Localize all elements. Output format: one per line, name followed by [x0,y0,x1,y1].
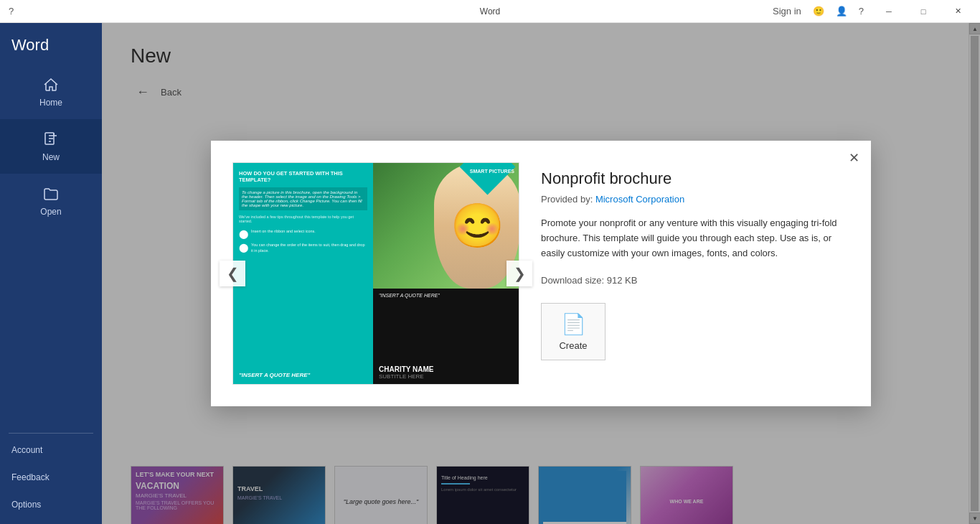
download-label: Download size: [541,275,604,286]
title-bar-left: ? [6,4,17,18]
download-value: 912 KB [607,275,638,286]
brochure-smart-pictures: SMART PICTURES [470,169,514,174]
brochure-quote2: "INSERT A QUOTE HERE" [379,293,514,298]
home-icon [42,76,60,93]
modal-body: ❮ HOW DO YOU GET STARTED WITH THIS TEMPL… [211,141,871,406]
sidebar-nav: Home New Open [0,65,102,430]
app-body: Word Home New [0,23,980,524]
sidebar-bottom: Account Feedback Options [0,430,102,524]
sidebar-item-options[interactable]: Options [0,491,102,518]
window-controls: ─ □ ✕ [872,0,974,23]
sidebar-item-home[interactable]: Home [0,65,102,119]
sidebar-home-label: Home [39,98,62,108]
options-label: Options [11,500,41,510]
brochure-quote1: "INSERT A QUOTE HERE" [239,372,367,378]
sidebar-new-label: New [42,152,60,162]
template-detail-modal: ✕ ❮ HOW DO YOU GET STARTED WITH THIS TEM… [211,141,871,406]
sidebar-item-new[interactable]: New [0,119,102,174]
feedback-label: Feedback [11,472,50,482]
download-size: Download size: 912 KB [541,275,849,286]
brochure-subtitle: SUBTITLE HERE [379,373,514,380]
brochure-panel-text2: You can change the order of the items to… [251,243,367,253]
title-bar-right: Sign in 🙂 👤 ? ─ □ ✕ [770,0,974,23]
new-icon [42,131,60,148]
minimize-button[interactable]: ─ [872,0,905,23]
sidebar-item-feedback[interactable]: Feedback [0,464,102,491]
maximize-button[interactable]: □ [907,0,940,23]
create-button[interactable]: 📄 Create [541,303,606,360]
brochure-title: HOW DO YOU GET STARTED WITH THIS TEMPLAT… [239,170,367,183]
account-label: Account [11,445,42,455]
create-icon: 📄 [561,312,586,336]
modal-title: Nonprofit brochure [541,169,849,188]
title-bar: ? Word Sign in 🙂 👤 ? ─ □ ✕ [0,0,980,23]
sidebar-open-label: Open [40,207,61,217]
open-icon [42,185,60,202]
provider-link[interactable]: Microsoft Corporation [595,194,684,205]
brochure-tip: To change a picture in this brochure, op… [242,190,362,207]
modal-provider: Provided by: Microsoft Corporation [541,194,849,205]
content-area: New ← Back LET'S MAKE YOUR NEXT VACATION… [102,23,980,524]
modal-prev-button[interactable]: ❮ [220,261,245,286]
modal-close-button[interactable]: ✕ [844,148,864,168]
sidebar-app-name: Word [0,23,102,65]
person-icon[interactable]: 👤 [833,4,850,18]
modal-preview-container: ❮ HOW DO YOU GET STARTED WITH THIS TEMPL… [232,162,519,385]
sidebar-divider [9,433,93,434]
app-title: Word [480,6,500,17]
modal-overlay[interactable]: ✕ ❮ HOW DO YOU GET STARTED WITH THIS TEM… [102,23,980,524]
sidebar-item-open[interactable]: Open [0,174,102,228]
modal-description: Promote your nonprofit or any venture wi… [541,216,849,261]
brochure-charity-name: CHARITY NAME [379,365,514,373]
modal-info-panel: Nonprofit brochure Provided by: Microsof… [541,162,849,360]
create-label: Create [559,340,587,351]
brochure-we-included: We've included a few tips throughout thi… [239,215,367,223]
modal-next-button[interactable]: ❯ [507,261,532,286]
close-button[interactable]: ✕ [941,0,974,23]
help-icon[interactable]: ? [6,4,17,18]
sidebar-item-account[interactable]: Account [0,436,102,464]
modal-preview-image: HOW DO YOU GET STARTED WITH THIS TEMPLAT… [232,162,519,385]
help-button[interactable]: ? [856,4,867,18]
signin-button[interactable]: Sign in [770,4,804,18]
brochure-panel-text1: Insert on the ribbon and select icons. [251,229,316,235]
provider-label: Provided by: [541,194,593,205]
smiley-icon[interactable]: 🙂 [810,4,827,18]
sidebar: Word Home New [0,23,102,524]
